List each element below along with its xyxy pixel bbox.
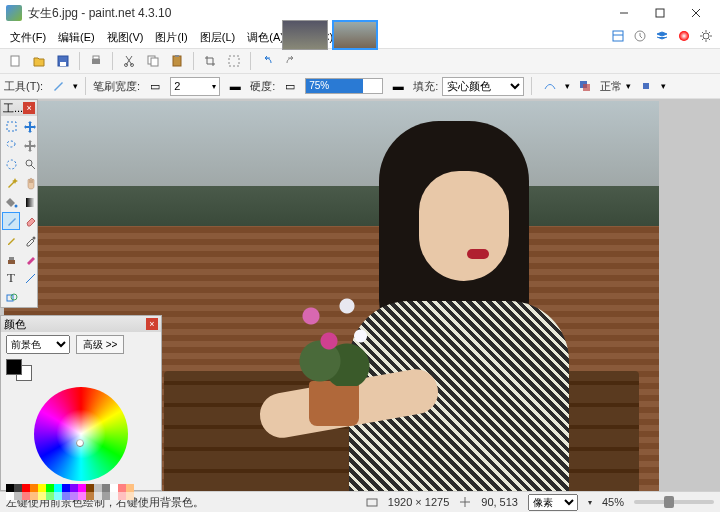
history-window-toggle[interactable]	[630, 26, 650, 46]
hardness-input[interactable]: 75%	[305, 78, 383, 94]
palette-swatch[interactable]	[78, 492, 86, 500]
tool-move-pixels[interactable]	[21, 136, 39, 154]
print-button[interactable]	[85, 50, 107, 72]
palette-swatch[interactable]	[62, 484, 70, 492]
unit-select[interactable]: 像素	[528, 494, 578, 511]
palette-swatch[interactable]	[30, 484, 38, 492]
color-palette[interactable]	[1, 483, 161, 501]
coords-icon	[459, 496, 471, 508]
minimize-button[interactable]	[606, 1, 642, 25]
tool-rect-select[interactable]	[2, 117, 20, 135]
palette-swatch[interactable]	[78, 484, 86, 492]
menu-layers[interactable]: 图层(L)	[194, 28, 241, 47]
cut-button[interactable]	[118, 50, 140, 72]
status-zoom: 45%	[602, 496, 624, 508]
tool-pencil[interactable]	[2, 231, 20, 249]
fill-select[interactable]: 实心颜色	[442, 77, 524, 96]
colors-window-toggle[interactable]	[674, 26, 694, 46]
palette-swatch[interactable]	[30, 492, 38, 500]
tool-eraser[interactable]	[21, 212, 39, 230]
palette-swatch[interactable]	[102, 484, 110, 492]
palette-swatch[interactable]	[6, 484, 14, 492]
open-button[interactable]	[28, 50, 50, 72]
active-tool-icon[interactable]	[47, 75, 69, 97]
palette-swatch[interactable]	[22, 484, 30, 492]
menu-image[interactable]: 图片(I)	[149, 28, 193, 47]
undo-button[interactable]	[256, 50, 278, 72]
palette-swatch[interactable]	[94, 492, 102, 500]
palette-swatch[interactable]	[102, 492, 110, 500]
palette-swatch[interactable]	[38, 484, 46, 492]
brush-width-inc[interactable]: ▬	[224, 75, 246, 97]
tool-colorpicker[interactable]	[21, 231, 39, 249]
document-thumbnails	[282, 20, 378, 50]
layers-window-toggle[interactable]	[652, 26, 672, 46]
palette-swatch[interactable]	[86, 484, 94, 492]
menu-edit[interactable]: 编辑(E)	[52, 28, 101, 47]
doc-thumb-2[interactable]	[332, 20, 378, 50]
palette-swatch[interactable]	[110, 492, 118, 500]
antialias-toggle[interactable]	[539, 75, 561, 97]
tool-pan[interactable]	[21, 174, 39, 192]
palette-swatch[interactable]	[110, 484, 118, 492]
tool-zoom[interactable]	[21, 155, 39, 173]
paste-button[interactable]	[166, 50, 188, 72]
palette-swatch[interactable]	[70, 484, 78, 492]
settings-button[interactable]	[696, 26, 716, 46]
palette-swatch[interactable]	[54, 492, 62, 500]
color-wheel[interactable]	[34, 387, 128, 481]
tool-paintbrush[interactable]	[2, 212, 20, 230]
palette-swatch[interactable]	[14, 492, 22, 500]
deselect-button[interactable]	[223, 50, 245, 72]
tools-panel-close[interactable]: ×	[23, 102, 35, 114]
menu-file[interactable]: 文件(F)	[4, 28, 52, 47]
tool-magic-wand[interactable]	[2, 174, 20, 192]
palette-swatch[interactable]	[54, 484, 62, 492]
hardness-dec[interactable]: ▭	[279, 75, 301, 97]
palette-swatch[interactable]	[94, 484, 102, 492]
colors-advanced-button[interactable]: 高级 >>	[76, 335, 124, 354]
zoom-slider[interactable]	[634, 500, 714, 504]
palette-swatch[interactable]	[46, 484, 54, 492]
tool-text[interactable]: T	[2, 269, 20, 287]
color-target-select[interactable]: 前景色	[6, 335, 70, 354]
tool-shapes[interactable]	[2, 288, 20, 306]
palette-swatch[interactable]	[6, 492, 14, 500]
primary-color-swatch[interactable]	[6, 359, 22, 375]
maximize-button[interactable]	[642, 1, 678, 25]
tool-clone[interactable]	[2, 250, 20, 268]
palette-swatch[interactable]	[22, 492, 30, 500]
palette-swatch[interactable]	[14, 484, 22, 492]
menu-view[interactable]: 视图(V)	[101, 28, 150, 47]
palette-swatch[interactable]	[126, 492, 134, 500]
tool-gradient[interactable]	[21, 193, 39, 211]
copy-button[interactable]	[142, 50, 164, 72]
tool-line[interactable]	[21, 269, 39, 287]
palette-swatch[interactable]	[118, 492, 126, 500]
crop-button[interactable]	[199, 50, 221, 72]
redo-button[interactable]	[280, 50, 302, 72]
blend-mode-icon[interactable]	[574, 75, 596, 97]
palette-swatch[interactable]	[126, 484, 134, 492]
palette-swatch[interactable]	[46, 492, 54, 500]
palette-swatch[interactable]	[38, 492, 46, 500]
brush-width-input[interactable]: 2▾	[170, 77, 220, 96]
new-button[interactable]	[4, 50, 26, 72]
palette-swatch[interactable]	[118, 484, 126, 492]
tool-recolor[interactable]	[21, 250, 39, 268]
tool-lasso[interactable]	[2, 136, 20, 154]
selection-mode-button[interactable]	[635, 75, 657, 97]
tool-move-sel[interactable]	[21, 117, 39, 135]
doc-thumb-1[interactable]	[282, 20, 328, 50]
tool-bucket[interactable]	[2, 193, 20, 211]
tool-ellipse-select[interactable]	[2, 155, 20, 173]
colors-panel-close[interactable]: ×	[146, 318, 158, 330]
tools-window-toggle[interactable]	[608, 26, 628, 46]
close-button[interactable]	[678, 1, 714, 25]
brush-width-dec[interactable]: ▭	[144, 75, 166, 97]
palette-swatch[interactable]	[86, 492, 94, 500]
hardness-inc[interactable]: ▬	[387, 75, 409, 97]
palette-swatch[interactable]	[62, 492, 70, 500]
save-button[interactable]	[52, 50, 74, 72]
palette-swatch[interactable]	[70, 492, 78, 500]
